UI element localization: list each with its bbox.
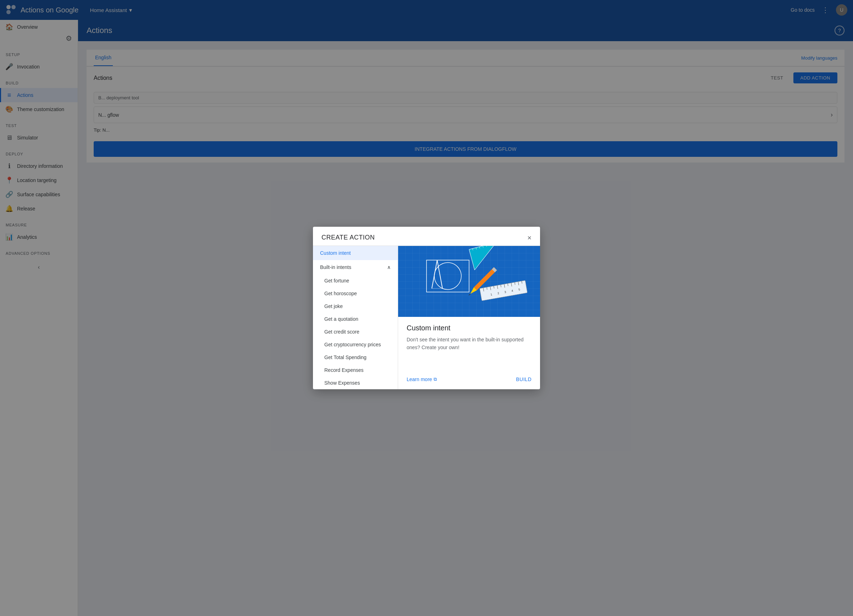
build-button[interactable]: BUILD: [516, 376, 531, 382]
modal-overlay[interactable]: CREATE ACTION × Custom intent Built-in i…: [0, 0, 853, 616]
submenu-item-show-expenses[interactable]: Show Expenses: [313, 376, 398, 389]
submenu-item-horoscope[interactable]: Get horoscope: [313, 287, 398, 300]
dialog-illustration: 1 2 3 4 5: [398, 246, 540, 317]
submenu-item-credit-score[interactable]: Get credit score: [313, 325, 398, 338]
submenu-item-fortune[interactable]: Get fortune: [313, 274, 398, 287]
dialog-right: 1 2 3 4 5 Custom intent Don't see the in…: [398, 246, 540, 389]
menu-item-builtin-header[interactable]: Built-in intents ∧: [313, 260, 398, 274]
dialog-header: CREATE ACTION ×: [313, 227, 540, 246]
submenu-item-total-spending[interactable]: Get Total Spending: [313, 351, 398, 364]
submenu-item-crypto[interactable]: Get cryptocurrency prices: [313, 338, 398, 351]
dialog-body: Custom intent Built-in intents ∧ Get for…: [313, 246, 540, 389]
create-action-dialog: CREATE ACTION × Custom intent Built-in i…: [313, 227, 540, 389]
submenu-item-joke[interactable]: Get joke: [313, 300, 398, 313]
dialog-title: CREATE ACTION: [322, 234, 375, 241]
dialog-footer-actions: Learn more ⧉ BUILD: [398, 376, 540, 389]
dialog-menu: Custom intent Built-in intents ∧ Get for…: [313, 246, 398, 389]
menu-item-custom-intent[interactable]: Custom intent: [313, 246, 398, 260]
learn-more-link[interactable]: Learn more ⧉: [407, 376, 437, 382]
submenu-item-record-expenses[interactable]: Record Expenses: [313, 364, 398, 376]
dialog-info-desc: Don't see the intent you want in the bui…: [407, 336, 531, 352]
external-link-icon: ⧉: [434, 376, 437, 382]
close-dialog-button[interactable]: ×: [527, 234, 531, 241]
chevron-up-icon: ∧: [387, 264, 391, 270]
dialog-info-title: Custom intent: [407, 324, 531, 332]
dialog-info: Custom intent Don't see the intent you w…: [398, 317, 540, 376]
submenu-item-quotation[interactable]: Get a quotation: [313, 313, 398, 325]
